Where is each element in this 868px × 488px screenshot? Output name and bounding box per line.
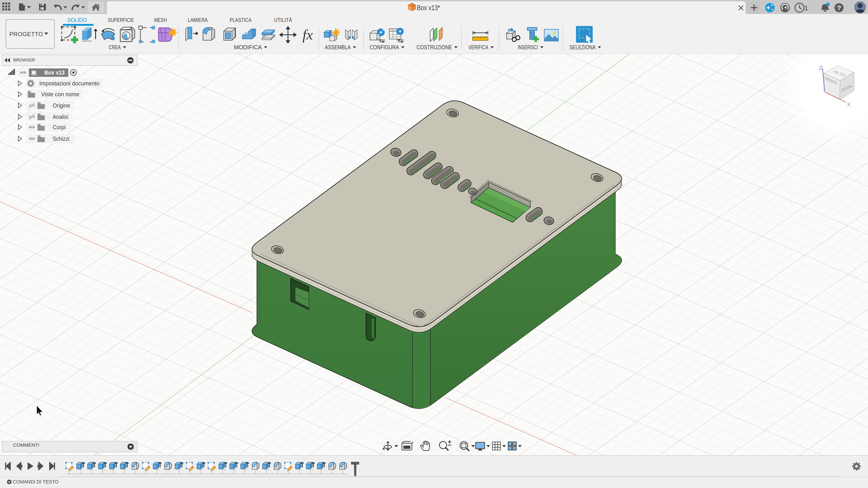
svg-text:CREA: CREA — [109, 44, 121, 51]
svg-text:SELEZIONA: SELEZIONA — [569, 44, 596, 51]
svg-text:MODIFICA: MODIFICA — [234, 44, 262, 51]
svg-text:Z: Z — [819, 65, 823, 71]
svg-text:BROWSER: BROWSER — [13, 58, 35, 62]
svg-text:CONFIGURA: CONFIGURA — [370, 44, 399, 51]
svg-text:COSTRUZIONE: COSTRUZIONE — [416, 44, 452, 51]
svg-text:Impostazioni documento: Impostazioni documento — [39, 80, 99, 87]
svg-text:1: 1 — [804, 4, 808, 11]
svg-text:Viste con nome: Viste con nome — [41, 91, 79, 98]
svg-text:Origine: Origine — [53, 102, 70, 109]
svg-text:INSERISCI: INSERISCI — [518, 44, 538, 51]
svg-text:X: X — [847, 101, 850, 107]
svg-text:Box v13*: Box v13* — [417, 4, 440, 12]
svg-text:MESH: MESH — [154, 17, 167, 23]
svg-text:fx: fx — [303, 27, 313, 43]
svg-text:SUPERFICIE: SUPERFICIE — [108, 17, 134, 23]
svg-text:?: ? — [837, 4, 841, 11]
svg-text:LAMIERA: LAMIERA — [188, 17, 208, 23]
svg-text:PLASTICA: PLASTICA — [230, 17, 252, 23]
svg-text:Analisi: Analisi — [53, 113, 68, 120]
svg-text:VERIFICA: VERIFICA — [468, 44, 488, 51]
svg-text:Corpi: Corpi — [53, 124, 66, 131]
svg-text:Box v13: Box v13 — [44, 69, 65, 76]
svg-text:Schizzi: Schizzi — [53, 135, 69, 142]
svg-text:ASSEMBLA: ASSEMBLA — [325, 44, 350, 51]
svg-text:UTILITÀ: UTILITÀ — [274, 17, 292, 23]
svg-text:PROGETTO: PROGETTO — [9, 31, 43, 37]
svg-text:COMANDI DI TESTO: COMANDI DI TESTO — [13, 479, 59, 485]
svg-text:COMMENTI: COMMENTI — [13, 443, 39, 448]
svg-text:SOLIDO: SOLIDO — [67, 17, 87, 23]
